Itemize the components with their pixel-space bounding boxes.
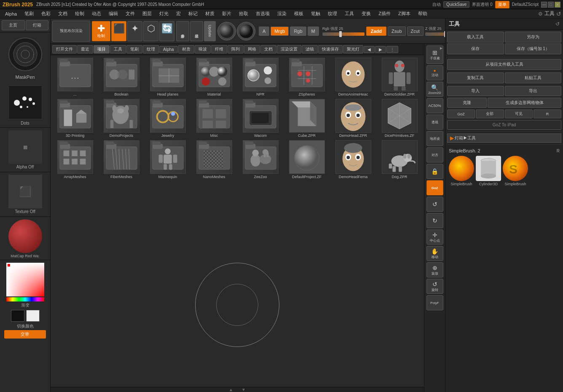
convert-button[interactable]: 成分形 [190, 21, 203, 41]
dots-preview[interactable] [8, 85, 42, 119]
paste-tool-button[interactable]: 粘贴工具 [505, 72, 562, 83]
file-item[interactable]: DemoHeadFema [330, 139, 376, 180]
menu-preferences[interactable]: 首选项 [252, 10, 273, 18]
polyf-vert-button[interactable]: PolyF [426, 295, 443, 310]
mrgb-button[interactable]: Mrgb [271, 27, 289, 36]
tab-quick-save[interactable]: 快速保存 [318, 45, 343, 53]
quicksave-button[interactable]: QuickSave [443, 1, 469, 8]
tab-array[interactable]: 阵列 [228, 45, 244, 53]
cylinder-item[interactable]: Cylinder3D [476, 156, 501, 186]
file-item[interactable]: Dog.ZPR [377, 139, 422, 180]
rotate-vert-button[interactable]: ↺ 旋转 [426, 279, 443, 294]
scale-vert-button[interactable]: ⊕ 旋放 [426, 262, 443, 277]
tab-mesh[interactable]: 网格 [244, 45, 260, 53]
rgb-slider-bar[interactable] [322, 32, 365, 36]
jiaoti-button[interactable]: 交替 [4, 330, 46, 339]
menu-texture[interactable]: 纹理 [324, 10, 340, 18]
a-button[interactable]: A [259, 27, 269, 36]
render-preview-button[interactable]: 预览布尔渲染 [52, 21, 90, 42]
color-picker[interactable] [6, 263, 44, 296]
menu-file[interactable]: 文件 [122, 10, 138, 18]
menu-template[interactable]: 模板 [291, 10, 307, 18]
menu-button[interactable]: 菜单 [495, 1, 509, 8]
file-item[interactable]: DefaultProject.ZF [284, 139, 330, 180]
menu-alpha[interactable]: Alpha [2, 11, 20, 17]
menu-marker[interactable]: 标记 [185, 10, 201, 18]
menu-macro[interactable]: 宏 [173, 10, 184, 18]
m-button[interactable]: M [308, 27, 319, 36]
ac50-vert-button[interactable]: AC50% [426, 98, 443, 113]
clone-button[interactable]: 克隆 [447, 98, 487, 108]
file-item[interactable]: ArrayMeshes [52, 139, 98, 180]
tab-texture[interactable]: 纹理 [143, 45, 159, 53]
tab-fiber[interactable]: 纤维 [211, 45, 227, 53]
scroll-right-icon[interactable]: ▼ [241, 387, 246, 392]
file-item[interactable]: NPR [238, 57, 283, 97]
hue-slider[interactable] [6, 297, 44, 301]
swatch-black[interactable] [11, 310, 24, 322]
zsub-button[interactable]: Zsub [388, 27, 405, 36]
file-item[interactable]: Material [191, 57, 237, 97]
load-tool-button[interactable]: 载入工具 [447, 32, 504, 43]
lightbox-nav-button[interactable]: 灯箱 [26, 20, 49, 30]
tab-spotlight[interactable]: 聚光灯 [343, 45, 363, 53]
texture-preview[interactable]: ⬛ [8, 175, 42, 208]
lock-vert-button[interactable]: 🔒 [426, 164, 443, 179]
visible-button[interactable]: 可见 [505, 109, 533, 118]
tab-tool[interactable]: 工具 [110, 45, 126, 53]
menu-material[interactable]: 材质 [202, 10, 218, 18]
menu-zplugin[interactable]: Z插件 [375, 10, 394, 18]
brush-preview[interactable] [8, 37, 42, 71]
zcut-button[interactable]: Zcut [407, 27, 424, 36]
menu-layer[interactable]: 图层 [139, 10, 155, 18]
sphere-icon2[interactable] [237, 22, 255, 40]
home-nav-button[interactable]: 主页 [2, 20, 25, 30]
menu-tool[interactable]: 工具 [341, 10, 357, 18]
matcap-preview[interactable] [8, 219, 42, 253]
zadd-button[interactable]: Zadd [366, 27, 386, 36]
nav-menu-button[interactable]: ⋮ [386, 46, 398, 53]
multires-button[interactable]: 多分辨率 [176, 21, 189, 41]
menu-document[interactable]: 文档 [55, 10, 71, 18]
menu-help[interactable]: 帮助 [415, 10, 431, 18]
save-numbered-button[interactable]: 保存（编号加 1） [505, 43, 562, 54]
menu-stroke[interactable]: 笔触 [308, 10, 324, 18]
right-panel-refresh-icon[interactable]: ↺ [555, 21, 560, 27]
redo-vert-button[interactable]: ↻ [426, 213, 443, 228]
file-item[interactable]: DemoAnimeHeac [330, 57, 376, 97]
all-button[interactable]: 全部 [476, 109, 504, 118]
load-from-project-button[interactable]: 从项目文件载入工具 [447, 59, 561, 70]
file-item[interactable]: DemoProjects [99, 98, 144, 139]
menu-transform[interactable]: 变换 [358, 10, 374, 18]
tab-recent[interactable]: 最近 [77, 45, 93, 53]
draw-mode-rotate-button[interactable]: 🔄 [159, 21, 174, 41]
z-slider-bar[interactable] [425, 32, 445, 36]
file-item[interactable]: FiberMeshes [99, 139, 144, 180]
save-as-button[interactable]: 另存为 [505, 32, 562, 43]
subtools-vert-button[interactable]: ⊞ 子倍素 ▶ [426, 45, 443, 64]
scroll-left-icon[interactable]: ▲ [229, 387, 233, 392]
go2-vert-button[interactable]: Go2 [426, 180, 443, 195]
update-button[interactable]: Update [204, 21, 216, 41]
file-item[interactable]: Mannequin [145, 139, 190, 180]
tab-alpha[interactable]: Alpha [159, 46, 178, 53]
file-item[interactable]: Boolean [99, 57, 144, 97]
tab-filter[interactable]: 滤镜 [302, 45, 318, 53]
tab-render-settings[interactable]: 渲染设置 [277, 45, 301, 53]
file-item[interactable]: Jewelry [145, 98, 190, 139]
file-item[interactable]: Head planes [145, 57, 190, 97]
file-item[interactable]: Wacom [238, 98, 283, 139]
file-item[interactable]: DemoHead.ZPR [330, 98, 376, 139]
import-button[interactable]: 导入 [447, 86, 504, 96]
file-item[interactable]: … ... [52, 57, 98, 97]
win-minimize-button[interactable]: — [541, 2, 547, 8]
rgb-button[interactable]: Rgb [290, 27, 306, 36]
tab-open-file[interactable]: 打开文件 [52, 45, 77, 53]
zoom2d-vert-button[interactable]: 🔍 Zoom2D [426, 82, 443, 97]
menu-picker[interactable]: 拾取 [236, 10, 252, 18]
move-vert-button[interactable]: ✋ 移动 [426, 246, 443, 261]
menu-light[interactable]: 灯光 [156, 10, 172, 18]
swatch-white[interactable] [26, 310, 40, 322]
file-item[interactable]: 3D Printing [52, 98, 98, 139]
draw-mode-draw-button[interactable]: ✚ 绘制 [92, 21, 110, 41]
